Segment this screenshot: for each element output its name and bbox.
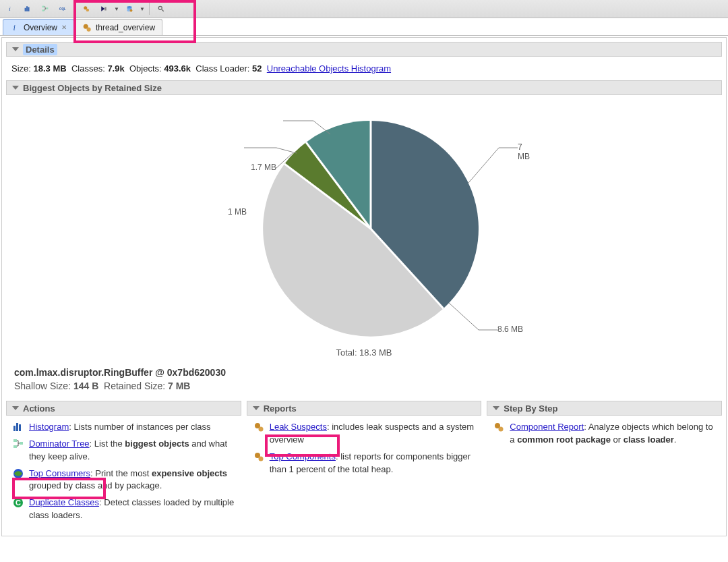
svg-rect-37 bbox=[13, 445, 17, 448]
reports-column: Reports Leak Suspects: includes leak sus… bbox=[247, 401, 482, 532]
svg-rect-38 bbox=[20, 442, 23, 445]
gears-icon[interactable] bbox=[79, 1, 94, 16]
step-desc: or bbox=[611, 434, 624, 445]
svg-rect-34 bbox=[16, 423, 18, 431]
run-icon[interactable] bbox=[96, 1, 111, 16]
chevron-down-icon bbox=[12, 406, 19, 410]
step-component-report: Component Report: Analyze objects which … bbox=[493, 421, 715, 447]
dominator-tree-link[interactable]: Dominator Tree bbox=[29, 439, 90, 449]
svg-point-15 bbox=[158, 6, 162, 9]
biggest-objects-header[interactable]: Biggest Objects by Retained Size bbox=[6, 80, 722, 95]
svg-rect-10 bbox=[104, 7, 107, 11]
search-icon[interactable] bbox=[154, 1, 169, 16]
duplicate-classes-link[interactable]: Duplicate Classes bbox=[29, 497, 99, 507]
top-components-link[interactable]: Top Components bbox=[270, 451, 336, 461]
svg-rect-33 bbox=[13, 426, 16, 431]
dropdown-arrow-icon[interactable]: ▼ bbox=[140, 6, 145, 12]
tab-overview[interactable]: i Overview ✕ bbox=[3, 19, 74, 35]
tab-thread-overview[interactable]: thread_overview bbox=[75, 19, 162, 35]
histogram-icon[interactable] bbox=[20, 1, 35, 16]
gears-icon bbox=[253, 451, 264, 462]
pie-chart: 7 MB 8.6 MB 1 MB 1.7 MB .pie-area .pie-l… bbox=[6, 101, 722, 358]
size-label: Size: bbox=[11, 63, 31, 74]
toolbar: i OQL ▼ ▼ bbox=[0, 0, 728, 18]
svg-rect-5 bbox=[42, 9, 44, 11]
unreachable-histogram-link[interactable]: Unreachable Objects Histogram bbox=[267, 63, 391, 74]
classes-value: 7.9k bbox=[107, 63, 124, 74]
leak-suspects-link[interactable]: Leak Suspects bbox=[270, 422, 327, 432]
svg-point-47 bbox=[499, 427, 504, 432]
pie-leader-overlay bbox=[195, 101, 533, 343]
top-consumers-link[interactable]: Top Consumers bbox=[29, 468, 90, 478]
close-icon[interactable]: ✕ bbox=[61, 24, 67, 31]
shallow-label: Shallow Size: bbox=[14, 381, 71, 391]
loader-value: 52 bbox=[252, 63, 262, 74]
actions-header[interactable]: Actions bbox=[6, 401, 241, 416]
object-ref-text: com.lmax.disruptor.RingBuffer @ 0x7bd620… bbox=[14, 367, 714, 378]
action-desc: : Lists number of instances per class bbox=[69, 422, 210, 432]
svg-point-9 bbox=[86, 9, 89, 11]
svg-point-43 bbox=[258, 427, 263, 432]
step-bold: common root package bbox=[517, 434, 611, 445]
details-header[interactable]: Details bbox=[6, 42, 722, 57]
svg-text:i: i bbox=[13, 23, 16, 32]
globe-icon bbox=[13, 468, 24, 479]
selected-object: com.lmax.disruptor.RingBuffer @ 0x7bd620… bbox=[6, 364, 722, 394]
report-leak-suspects: Leak Suspects: includes leak suspects an… bbox=[253, 421, 475, 447]
step-desc: . bbox=[674, 434, 677, 445]
gears-icon bbox=[253, 422, 264, 432]
section-title: Actions bbox=[23, 403, 55, 414]
info-icon: i bbox=[10, 23, 20, 32]
stack-icon[interactable] bbox=[122, 1, 137, 16]
svg-point-45 bbox=[258, 456, 263, 461]
svg-text:C: C bbox=[16, 499, 21, 507]
section-title: Step By Step bbox=[504, 403, 557, 414]
component-report-link[interactable]: Component Report bbox=[510, 422, 584, 432]
step-by-step-header[interactable]: Step By Step bbox=[487, 401, 722, 416]
action-top-consumers: Top Consumers: Print the most expensive … bbox=[13, 468, 235, 493]
tab-label: thread_overview bbox=[96, 23, 155, 32]
svg-rect-3 bbox=[28, 7, 30, 11]
section-title: Biggest Objects by Retained Size bbox=[23, 83, 162, 93]
svg-point-18 bbox=[87, 27, 91, 31]
oql-icon[interactable]: OQL bbox=[55, 1, 70, 16]
svg-rect-1 bbox=[25, 8, 26, 11]
svg-rect-6 bbox=[46, 7, 48, 9]
dropdown-arrow-icon[interactable]: ▼ bbox=[114, 6, 119, 12]
action-desc: : Print the most bbox=[90, 468, 152, 478]
svg-rect-36 bbox=[13, 439, 17, 442]
action-dominator-tree: Dominator Tree: List the biggest objects… bbox=[13, 438, 235, 463]
histogram-icon bbox=[13, 422, 24, 432]
step-by-step-column: Step By Step Component Report: Analyze o… bbox=[487, 401, 722, 532]
info-icon[interactable]: i bbox=[3, 1, 18, 16]
action-bold: biggest objects bbox=[125, 439, 189, 449]
section-title: Details bbox=[23, 44, 57, 55]
tab-bar: i Overview ✕ thread_overview bbox=[0, 18, 728, 36]
gears-icon bbox=[82, 23, 92, 32]
chevron-down-icon bbox=[253, 406, 260, 410]
duplicate-icon: C bbox=[13, 497, 24, 508]
toolbar-separator bbox=[149, 3, 150, 15]
objects-value: 493.6k bbox=[164, 63, 191, 74]
action-histogram: Histogram: Lists number of instances per… bbox=[13, 421, 235, 434]
section-title: Reports bbox=[264, 403, 297, 414]
histogram-link[interactable]: Histogram bbox=[29, 422, 69, 432]
report-top-components: Top Components: list reports for compone… bbox=[253, 451, 475, 476]
bottom-columns: Actions Histogram: Lists number of insta… bbox=[6, 401, 722, 532]
loader-label: Class Loader: bbox=[195, 63, 249, 74]
main-panel: Details Size: 18.3 MB Classes: 7.9k Obje… bbox=[1, 37, 727, 536]
size-value: 18.3 MB bbox=[34, 63, 67, 74]
shallow-value: 144 B bbox=[73, 381, 98, 391]
action-bold: expensive objects bbox=[152, 468, 227, 478]
svg-point-14 bbox=[130, 9, 133, 12]
retained-value: 7 MB bbox=[168, 381, 190, 391]
svg-rect-2 bbox=[26, 6, 28, 11]
tree-icon[interactable] bbox=[38, 1, 53, 16]
step-bold: class loader bbox=[624, 434, 674, 445]
details-summary: Size: 18.3 MB Classes: 7.9k Objects: 493… bbox=[6, 57, 722, 80]
pie-total: Total: 18.3 MB bbox=[336, 347, 392, 358]
action-duplicate-classes: C Duplicate Classes: Detect classes load… bbox=[13, 497, 235, 522]
tree-icon bbox=[13, 439, 24, 449]
reports-header[interactable]: Reports bbox=[247, 401, 482, 416]
gears-icon bbox=[493, 422, 504, 432]
